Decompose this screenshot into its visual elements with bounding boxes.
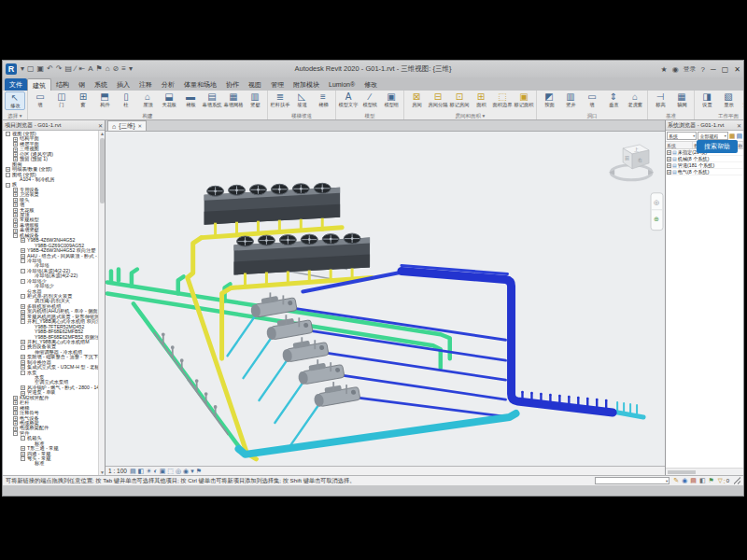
ribbon-button[interactable]: ▧显示 [718,91,739,108]
ribbon-tab[interactable]: 系统 [90,78,112,91]
temporary-view-properties-icon[interactable]: ▾ [190,468,194,475]
tree-expander-icon[interactable]: + [21,452,25,456]
ribbon-button[interactable]: ⬒构件 [94,91,115,108]
tree-expander-icon[interactable]: + [21,248,25,253]
tree-expander-icon[interactable]: + [13,416,18,421]
tree-expander-icon[interactable]: + [21,365,25,370]
ribbon-button[interactable]: ▭墙 [30,91,50,108]
ribbon-tab[interactable]: 体量和场地 [179,78,221,91]
tree-expander-icon[interactable]: + [13,203,18,207]
tree-expander-icon[interactable]: + [13,218,18,223]
ribbon-tab[interactable]: 附加模块 [289,78,324,91]
ribbon-button[interactable]: ▥竖梃 [245,91,265,108]
ribbon-button[interactable]: ◩按面 [539,91,559,108]
tree-expander-icon[interactable]: - [21,345,25,350]
help-search-button[interactable]: 搜索帮助 [697,140,738,153]
system-browser-row[interactable]: + ▤ 机械(8 个系统) [666,156,743,162]
ribbon-button[interactable]: ⬚面积边界 [492,91,513,108]
tree-expander-icon[interactable]: - [21,371,25,375]
tree-expander-icon[interactable]: - [21,269,25,273]
ribbon-button[interactable]: ⊟房间分隔 [428,91,448,108]
tree-expander-icon[interactable]: - [13,233,18,238]
tree-expander-icon[interactable]: + [667,170,671,175]
ribbon-button[interactable]: A模型文字 [338,91,359,108]
viewcube[interactable]: 上 前 右 [609,145,654,180]
tree-expander-icon[interactable]: + [13,192,18,197]
background-process-icon[interactable]: ◧ [699,477,706,484]
ribbon-button[interactable]: ⊠房间 [406,91,427,108]
tree-expander-icon[interactable]: + [667,150,671,155]
tree-expander-icon[interactable]: - [21,259,25,263]
displacement-icon[interactable]: ⚑ [196,468,202,475]
tree-expander-icon[interactable]: + [21,446,25,451]
tree-expander-icon[interactable]: + [13,427,18,431]
ribbon-button[interactable]: ▣标记面积 [514,91,534,108]
ribbon-button[interactable]: ▭墙 [582,91,602,108]
condenser-water-pipes-green[interactable] [107,270,450,453]
visual-style-icon[interactable]: ◧ [138,468,145,475]
ribbon-tab[interactable]: 视图 [244,78,266,91]
maximize-button[interactable]: ▢ [722,65,729,74]
detail-level-icon[interactable]: ▤ [130,468,136,475]
tree-expander-icon[interactable]: + [21,304,25,309]
undo-icon[interactable]: ↶ [47,64,53,74]
open-icon[interactable]: ▢ [27,64,35,74]
ribbon-button[interactable]: ▬楼板 [180,91,201,108]
tree-expander-icon[interactable]: - [6,173,10,177]
tree-expander-icon[interactable]: + [21,254,25,259]
sun-path-icon[interactable]: ☀ [146,468,151,475]
tree-expander-icon[interactable]: - [21,279,25,284]
thin-lines-icon[interactable]: ≡ [121,64,126,74]
ribbon-button[interactable]: ↖修改 [5,91,25,110]
tree-expander-icon[interactable]: + [13,223,18,228]
tree-expander-icon[interactable]: - [13,431,18,436]
tree-expander-icon[interactable]: + [13,396,18,400]
tree-expander-icon[interactable]: + [13,229,18,233]
default-3d-view-icon[interactable]: ⌂ [106,64,110,74]
revit-logo-icon[interactable]: R [6,63,17,75]
scale-control[interactable]: 1 : 100 [108,468,127,474]
close-button[interactable]: ✕ [734,65,740,74]
tree-expander-icon[interactable]: + [13,208,18,213]
ribbon-button[interactable]: ⊡标记房间 [449,91,470,108]
crop-view-icon[interactable]: ▣ [160,468,166,475]
customize-qat-icon[interactable]: ▾ [129,64,133,74]
tree-expander-icon[interactable]: - [21,436,25,441]
tree-expander-icon[interactable]: + [13,137,18,142]
tree-expander-icon[interactable]: + [21,315,25,319]
ribbon-tab[interactable]: Lumion® [324,78,359,91]
tree-expander-icon[interactable]: - [6,183,10,188]
tag-icon[interactable]: ⚑ [96,64,103,74]
ribbon-tab[interactable]: 注释 [134,78,157,91]
tree-expander-icon[interactable]: + [667,163,671,168]
ribbon-button[interactable]: ▦轴网 [671,91,692,108]
model-3d-view[interactable]: 上 前 右 ◎ ⊕ [106,132,665,462]
ribbon-button[interactable]: ⊣标高 [650,91,670,108]
tree-expander-icon[interactable]: + [21,238,25,243]
project-browser-scrollbar[interactable]: ▲ ▼ [98,131,105,475]
system-browser-hscrollbar[interactable] [666,468,743,475]
section-icon[interactable]: ⊘ [113,64,120,74]
ribbon-tab[interactable]: 钢 [74,78,90,91]
scroll-down-icon[interactable]: ▼ [99,469,106,475]
ribbon-button[interactable]: ⊞窗 [73,91,93,108]
tree-expander-icon[interactable]: - [6,132,10,136]
tree-expander-icon[interactable]: + [13,213,18,217]
ribbon-button[interactable]: ⌂老虎窗 [625,91,645,108]
view-tab-close-icon[interactable]: ✕ [138,123,143,129]
system-browser-row[interactable]: + ▤ 电气(8 个系统) [666,169,743,175]
signin-label[interactable]: 登录 [684,64,697,74]
ribbon-tab[interactable]: 分析 [157,78,179,91]
browser-tree-item[interactable]: 标准 [3,461,98,466]
save-icon[interactable]: ▣ [37,64,45,74]
tree-expander-icon[interactable]: - [21,456,25,461]
tree-expander-icon[interactable]: + [21,355,25,359]
ribbon-button[interactable]: ▤幕墙系统 [202,91,222,108]
resize-grip[interactable] [733,477,740,484]
ribbon-tab[interactable]: 插入 [112,78,134,91]
tree-expander-icon[interactable]: + [13,421,18,426]
tree-expander-icon[interactable]: + [13,188,18,192]
editable-only-icon[interactable]: ✎ [673,477,679,484]
drawing-area[interactable]: 上 前 右 ◎ ⊕ [106,132,665,466]
chilled-water-main-blue[interactable] [402,271,613,412]
